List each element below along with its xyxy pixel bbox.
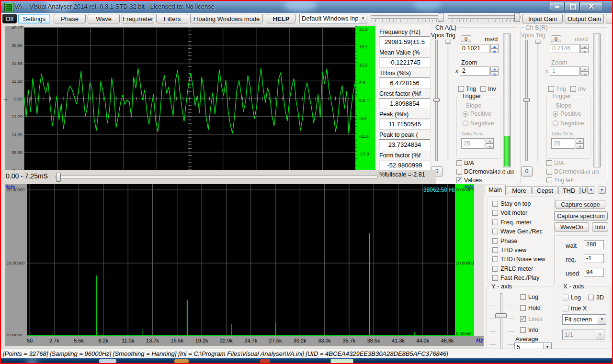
minimize-button[interactable] bbox=[550, 2, 565, 11]
third-checkbox[interactable] bbox=[456, 177, 462, 183]
spin-up-icon[interactable] bbox=[576, 138, 584, 143]
tab-main[interactable]: Main bbox=[485, 185, 506, 195]
spin-up-icon[interactable] bbox=[490, 66, 499, 71]
checkbox-fast-rec-play[interactable] bbox=[492, 275, 498, 281]
chevron-down-icon[interactable]: ▼ bbox=[543, 343, 551, 349]
scope-scroll-thumb[interactable] bbox=[56, 173, 61, 182]
stat-field-value[interactable]: 94 bbox=[584, 268, 604, 277]
ms-per-div-value[interactable]: 0.1021 bbox=[460, 44, 489, 53]
input-device-dropdown[interactable]: Default Windows inp ▼ bbox=[299, 14, 367, 23]
x-3d-checkbox[interactable] bbox=[588, 295, 594, 300]
chevron-down-icon[interactable]: ▼ bbox=[359, 14, 367, 23]
da-checkbox[interactable] bbox=[546, 160, 552, 166]
zoom-value[interactable]: 1 bbox=[550, 66, 579, 76]
zoom-spinner[interactable] bbox=[490, 66, 499, 76]
vpos-reset-button[interactable]: 0 bbox=[521, 166, 533, 176]
filters-button[interactable]: Filters bbox=[156, 14, 188, 23]
trig-slider-thumb[interactable] bbox=[445, 40, 451, 44]
settings-button[interactable]: Settings bbox=[18, 14, 50, 23]
trig-slider[interactable] bbox=[447, 40, 449, 161]
trig-checkbox[interactable] bbox=[548, 86, 554, 92]
vpos-slider-thumb[interactable] bbox=[433, 98, 440, 102]
taskbar-item[interactable] bbox=[99, 359, 116, 363]
capture-spectrum-button[interactable]: Capture spectrum bbox=[554, 211, 608, 221]
zoom-value[interactable]: 2 bbox=[460, 66, 489, 76]
y-axis-slider[interactable] bbox=[500, 293, 502, 349]
info-button[interactable]: Info bbox=[592, 222, 608, 232]
chevron-down-icon[interactable]: ▼ bbox=[596, 330, 604, 340]
checkbox-thd-view[interactable] bbox=[492, 247, 498, 253]
positive-radio[interactable] bbox=[463, 111, 468, 117]
ratio-dropdown[interactable]: 1/1 ▼ bbox=[562, 330, 604, 340]
y-hold-checkbox[interactable] bbox=[520, 305, 526, 311]
off-button[interactable]: Off bbox=[2, 14, 17, 23]
checkbox-volt-meter[interactable] bbox=[492, 210, 498, 216]
input-gain-button[interactable]: Input Gain bbox=[522, 14, 563, 23]
taskbar-item[interactable] bbox=[174, 359, 189, 363]
freq-meter-button[interactable]: Freq.meter bbox=[122, 14, 154, 23]
negative-radio[interactable] bbox=[553, 121, 558, 126]
floating-windows-button[interactable]: Floating Windows mode bbox=[190, 14, 263, 23]
da-checkbox[interactable] bbox=[456, 160, 462, 166]
checkbox-stay-on-top[interactable] bbox=[492, 201, 498, 207]
spin-down-icon[interactable] bbox=[486, 143, 494, 149]
dc-removal-checkbox[interactable] bbox=[546, 169, 552, 175]
trig-slider[interactable] bbox=[537, 40, 539, 161]
delta-th-spinner[interactable] bbox=[576, 138, 584, 149]
negative-radio[interactable] bbox=[463, 121, 468, 126]
scope-scroll-track[interactable] bbox=[55, 175, 378, 178]
toolbar-overflow-button[interactable] bbox=[606, 14, 613, 23]
inv-checkbox[interactable] bbox=[570, 86, 576, 92]
vpos-slider-thumb[interactable] bbox=[523, 98, 530, 102]
spin-up-icon[interactable] bbox=[490, 44, 499, 49]
x-log-checkbox[interactable] bbox=[563, 295, 568, 300]
taskbar-item[interactable] bbox=[260, 359, 270, 363]
close-button[interactable] bbox=[579, 2, 603, 11]
tab-scroll-right-icon[interactable]: ► bbox=[599, 186, 606, 194]
trig-slider-thumb[interactable] bbox=[535, 40, 541, 44]
spin-up-icon[interactable] bbox=[580, 44, 589, 49]
vpos-zero-button[interactable]: 0 bbox=[461, 35, 471, 42]
tab-scroll-left-icon[interactable]: ◄ bbox=[587, 186, 594, 194]
zoom-spinner[interactable] bbox=[580, 66, 589, 76]
trig-checkbox[interactable] bbox=[458, 86, 464, 92]
checkbox-wave-gen-rec[interactable] bbox=[492, 229, 498, 234]
help-button[interactable]: HELP bbox=[267, 14, 295, 23]
vpos-zero-button[interactable]: 0 bbox=[551, 35, 561, 42]
third-checkbox[interactable] bbox=[546, 177, 552, 183]
wave-on-button[interactable]: WaveOn bbox=[555, 222, 589, 232]
spin-up-icon[interactable] bbox=[580, 66, 589, 71]
chevron-down-icon[interactable]: ▼ bbox=[598, 315, 606, 324]
spin-up-icon[interactable] bbox=[486, 138, 494, 143]
y-info-checkbox[interactable] bbox=[520, 327, 526, 333]
taskbar-item-active[interactable] bbox=[330, 359, 353, 363]
delta-th-value[interactable]: 25 bbox=[461, 138, 485, 149]
spin-down-icon[interactable] bbox=[580, 49, 589, 54]
ms-per-div-spinner[interactable] bbox=[490, 44, 499, 53]
output-gain-slider[interactable] bbox=[448, 15, 521, 19]
oscilloscope-plot[interactable] bbox=[24, 27, 355, 170]
checkbox-thd-noise-view[interactable] bbox=[492, 256, 498, 262]
phase-button[interactable]: Phase bbox=[54, 14, 86, 23]
spectrum-plot[interactable] bbox=[27, 184, 455, 336]
inv-checkbox[interactable] bbox=[480, 86, 486, 92]
y-axis-slider-thumb[interactable] bbox=[495, 313, 507, 318]
stat-field-value[interactable]: 280 bbox=[584, 240, 604, 249]
spin-down-icon[interactable] bbox=[576, 143, 584, 149]
fit-screen-dropdown[interactable]: Fit screen ▼ bbox=[562, 314, 606, 325]
delta-th-value[interactable]: 25 bbox=[551, 138, 575, 149]
stat-field-value[interactable]: -1 bbox=[584, 254, 604, 263]
dc-removal-checkbox[interactable] bbox=[456, 169, 462, 175]
y-log-checkbox[interactable] bbox=[520, 294, 526, 300]
checkbox-phase[interactable] bbox=[492, 238, 498, 244]
checkbox-freq-meter[interactable] bbox=[492, 220, 498, 225]
input-gain-slider[interactable] bbox=[371, 15, 443, 19]
delta-th-spinner[interactable] bbox=[486, 138, 494, 149]
ms-per-div-value[interactable]: 0.7146 bbox=[550, 44, 579, 53]
ms-per-div-spinner[interactable] bbox=[580, 44, 589, 53]
positive-radio[interactable] bbox=[553, 111, 558, 117]
spin-down-icon[interactable] bbox=[580, 71, 589, 76]
capture-scope-button[interactable]: Capture scope bbox=[556, 200, 605, 209]
output-gain-button[interactable]: Output Gain bbox=[565, 14, 604, 23]
y-lines-checkbox[interactable] bbox=[520, 316, 526, 322]
